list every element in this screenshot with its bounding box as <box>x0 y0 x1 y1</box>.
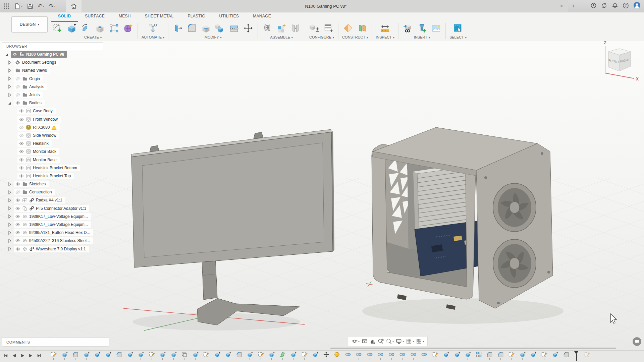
tab-plastic[interactable]: PLASTIC <box>180 12 212 21</box>
timeline-feature-20-sketch[interactable] <box>258 351 264 360</box>
eye-off-icon[interactable] <box>15 84 20 89</box>
timeline-feature-18-fillet[interactable] <box>236 351 242 360</box>
timeline-feature-7-fillet[interactable] <box>116 351 122 360</box>
eye-on-icon[interactable] <box>15 197 20 203</box>
timeline-feature-16-extrude[interactable] <box>214 351 220 360</box>
browser-item-named-views[interactable]: Named Views <box>2 66 103 74</box>
collapse-arrow-icon[interactable] <box>7 230 12 235</box>
timeline-feature-6-extrude[interactable] <box>105 351 111 360</box>
group-label-configure[interactable]: CONFIGURE <box>309 35 334 39</box>
viewports-button[interactable]: ▾ <box>416 338 424 344</box>
timeline-feature-14-extrude[interactable] <box>192 351 199 360</box>
eye-on-icon[interactable] <box>19 173 24 179</box>
new-component-button[interactable] <box>276 22 287 34</box>
view-cube[interactable]: Z X FRONT RIGHT <box>594 40 641 85</box>
automate-button[interactable] <box>147 22 159 34</box>
home-button[interactable] <box>66 0 82 12</box>
extrude-button[interactable] <box>66 22 77 34</box>
group-label-assemble[interactable]: ASSEMBLE <box>270 35 292 39</box>
select-button[interactable] <box>452 22 464 34</box>
eye-on-icon[interactable] <box>15 206 20 211</box>
collapse-arrow-icon[interactable] <box>7 198 12 203</box>
browser-item-1939k17-low-voltage-equipm[interactable]: 1939K17_Low-Voltage Equipm... <box>2 221 103 229</box>
collapse-arrow-icon[interactable] <box>7 190 12 195</box>
job-status-button[interactable] <box>590 2 597 10</box>
sync-button[interactable] <box>601 2 607 10</box>
new-tab-button[interactable]: + <box>570 2 577 10</box>
display-settings-button[interactable]: ▾ <box>396 338 404 344</box>
zoom-button[interactable] <box>378 338 384 344</box>
file-new-button[interactable]: ▾ <box>14 3 22 9</box>
eye-on-icon[interactable] <box>15 181 20 187</box>
browser-item-heatsink-bracket-bottom[interactable]: Heatsink Bracket Bottom <box>2 164 103 172</box>
close-tab-button[interactable]: × <box>558 3 565 9</box>
browser-item-case-body[interactable]: Case Body <box>2 107 103 115</box>
browser-item-92095a181-button-head-hex-d[interactable]: 92095A181_Button Head Hex D... <box>2 229 103 237</box>
browser-item-waveshare-7-9-display-v1-1[interactable]: Waveshare 7.9 Display v1:1 <box>2 245 103 253</box>
browser-item-rtx3080[interactable]: RTX3080 <box>2 123 103 131</box>
browser-item-n100-gaming-pc-v8[interactable]: N100 Gaming PC v8 <box>2 50 103 58</box>
eye-off-icon[interactable] <box>15 92 20 98</box>
configuration-table-button[interactable] <box>323 22 334 34</box>
timeline-future-feature-1-sketch[interactable] <box>584 351 590 358</box>
browser-header[interactable]: BROWSER <box>2 42 103 50</box>
offset-plane-button[interactable] <box>357 22 368 34</box>
timeline-feature-39-extrude[interactable] <box>465 351 471 360</box>
timeline-feature-35-joint[interactable] <box>421 351 427 360</box>
browser-item-side-window[interactable]: Side Window <box>2 131 103 139</box>
timeline-feature-47-extrude[interactable] <box>552 351 558 360</box>
collapse-arrow-icon[interactable] <box>7 222 12 227</box>
browser-item-monitor-base[interactable]: Monitor Base <box>2 156 103 164</box>
browser-item-heatsink[interactable]: Heatsink <box>2 139 103 147</box>
timeline-feature-44-extrude[interactable] <box>519 351 526 360</box>
timeline-feature-27-appearance[interactable] <box>334 351 340 360</box>
tab-sheet-metal[interactable]: SHEET METAL <box>138 12 181 21</box>
collapse-arrow-icon[interactable] <box>7 76 12 81</box>
timeline-feature-33-joint[interactable] <box>399 351 406 360</box>
group-label-insert[interactable]: INSERT <box>414 35 430 39</box>
eye-on-icon[interactable] <box>15 230 20 235</box>
group-label-automate[interactable]: AUTOMATE <box>142 35 164 39</box>
step-back-button[interactable] <box>12 353 16 359</box>
play-button[interactable] <box>20 353 25 359</box>
timeline-playhead[interactable] <box>574 351 579 361</box>
timeline-feature-12-extrude[interactable] <box>170 351 177 360</box>
timeline-feature-4-extrude[interactable] <box>83 351 90 360</box>
move-copy-button[interactable] <box>243 22 254 34</box>
eye-on-icon[interactable] <box>19 165 24 171</box>
timeline-feature-28-joint[interactable] <box>345 351 351 360</box>
create-sketch-button[interactable] <box>52 22 63 34</box>
group-label-create[interactable]: CREATE <box>84 35 102 39</box>
timeline-feature-2-extrude[interactable] <box>61 351 68 360</box>
insert-derive-button[interactable] <box>402 22 414 34</box>
align-button[interactable] <box>290 22 301 34</box>
timeline-feature-9-extrude[interactable] <box>138 351 144 360</box>
eye-on-icon[interactable] <box>15 246 20 252</box>
timeline-feature-36-sketch[interactable] <box>432 351 438 360</box>
timeline-feature-5-extrude[interactable] <box>94 351 100 360</box>
step-forward-button[interactable] <box>29 353 33 359</box>
timeline-feature-3-fillet[interactable] <box>72 351 78 360</box>
dropdown-caret-icon[interactable]: ▾ <box>54 5 56 8</box>
timeline-feature-10-sketch[interactable] <box>149 351 155 360</box>
canvas-button[interactable] <box>430 22 442 34</box>
timeline-feature-13-box[interactable] <box>181 351 187 360</box>
tab-surface[interactable]: SURFACE <box>78 12 112 21</box>
save-button[interactable] <box>27 3 33 9</box>
redo-button[interactable]: ↷▾ <box>49 3 55 9</box>
comments-bar[interactable]: COMMENTS <box>2 338 109 347</box>
fillet-button[interactable] <box>186 22 198 34</box>
tab-solid[interactable]: SOLID <box>51 12 78 22</box>
insert-fastener-button[interactable] <box>416 22 428 34</box>
create-form-button[interactable] <box>122 22 134 34</box>
timeline-feature-32-joint[interactable] <box>388 351 395 360</box>
timeline-feature-48-fillet[interactable] <box>563 351 569 360</box>
browser-item-construction[interactable]: Construction <box>2 188 103 196</box>
timeline-feature-11-extrude[interactable] <box>159 351 166 360</box>
help-button[interactable]: ? <box>623 2 629 10</box>
timeline-feature-31-joint[interactable] <box>377 351 384 360</box>
browser-item-pi-5-connector-adaptor-v1-1[interactable]: Pi 5 Connector Adaptor v1:1 <box>2 204 103 213</box>
timeline-feature-38-extrude[interactable] <box>454 351 460 360</box>
eye-off-icon[interactable] <box>15 189 20 195</box>
collapse-arrow-icon[interactable] <box>7 93 12 98</box>
